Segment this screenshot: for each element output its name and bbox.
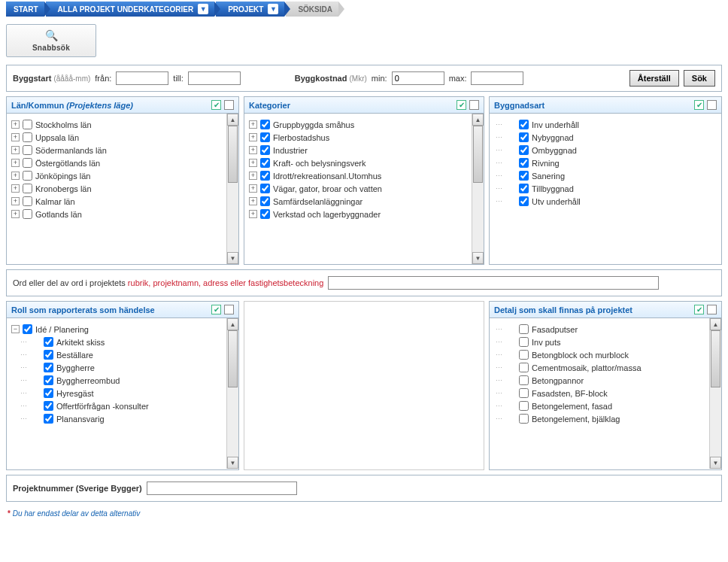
- deselect-all-checkbox[interactable]: [469, 100, 479, 110]
- expand-icon[interactable]: +: [11, 133, 20, 141]
- tree-item-checkbox[interactable]: [44, 414, 53, 424]
- scrollbar[interactable]: ▲▼: [226, 318, 238, 469]
- chevron-down-icon[interactable]: ▼: [268, 4, 278, 14]
- expand-icon[interactable]: +: [11, 172, 20, 180]
- tree-item-checkbox[interactable]: [519, 388, 529, 398]
- tree-item-checkbox[interactable]: [519, 350, 529, 360]
- projektnummer-input[interactable]: [147, 481, 297, 495]
- tree-item-checkbox[interactable]: [519, 401, 529, 411]
- select-all-checkbox[interactable]: [211, 305, 221, 314]
- expand-icon[interactable]: +: [249, 172, 257, 180]
- deselect-all-checkbox[interactable]: [707, 100, 717, 110]
- tree-item-checkbox[interactable]: [23, 120, 32, 129]
- tree-item[interactable]: +Kraft- och belysningsverk: [249, 156, 481, 169]
- reset-button[interactable]: Återställ: [629, 70, 679, 87]
- expand-icon[interactable]: +: [249, 184, 257, 193]
- tree-item-checkbox[interactable]: [44, 363, 53, 372]
- tree-item[interactable]: ⋯Betongelement, fasad: [494, 399, 718, 412]
- tree-item-checkbox[interactable]: [260, 158, 270, 168]
- tree-item[interactable]: ⋯Inv underhåll: [494, 118, 718, 131]
- chevron-down-icon[interactable]: ▼: [198, 4, 208, 14]
- tree-item[interactable]: +Uppsala län: [11, 131, 235, 144]
- textsearch-input[interactable]: [328, 276, 659, 290]
- tree-item[interactable]: +Jönköpings län: [11, 169, 235, 182]
- scroll-down-icon[interactable]: ▼: [227, 252, 238, 264]
- expand-icon[interactable]: +: [11, 146, 20, 154]
- tree-item-checkbox[interactable]: [519, 324, 529, 334]
- expand-icon[interactable]: +: [11, 197, 20, 205]
- tree-item-checkbox[interactable]: [519, 184, 529, 193]
- min-input[interactable]: [392, 71, 444, 85]
- tree-item[interactable]: ⋯Nybyggnad: [494, 131, 718, 144]
- tree-item[interactable]: +Verkstad och lagerbyggnader: [249, 208, 481, 220]
- tree-item-checkbox[interactable]: [23, 145, 32, 155]
- tree-item-checkbox[interactable]: [44, 375, 53, 385]
- expand-icon[interactable]: +: [11, 120, 20, 129]
- tree-item[interactable]: +Industrier: [249, 144, 481, 156]
- tree-item-checkbox[interactable]: [23, 184, 32, 193]
- tree-item-checkbox[interactable]: [44, 350, 53, 360]
- tree-item-checkbox[interactable]: [23, 158, 32, 168]
- tree-item[interactable]: +Kalmar län: [11, 195, 235, 208]
- tree-item[interactable]: +Kronobergs län: [11, 182, 235, 195]
- tree-item-checkbox[interactable]: [23, 324, 32, 334]
- tree-item[interactable]: ⋯Cementmosaik, plattor/massa: [494, 361, 718, 374]
- tree-item-checkbox[interactable]: [260, 196, 270, 206]
- tree-item-checkbox[interactable]: [519, 158, 529, 168]
- tree-item[interactable]: +Samfärdselanläggningar: [249, 195, 481, 208]
- scroll-up-icon[interactable]: ▲: [227, 114, 238, 126]
- tree-item-checkbox[interactable]: [260, 145, 270, 155]
- tree-item-checkbox[interactable]: [44, 401, 53, 411]
- tree-item[interactable]: ⋯Fasadputser: [494, 323, 718, 336]
- tree-item[interactable]: ⋯Hyresgäst: [11, 387, 235, 399]
- tree-item-checkbox[interactable]: [519, 145, 529, 155]
- select-all-checkbox[interactable]: [457, 100, 466, 110]
- quicksearch-button[interactable]: 🔍 Snabbsök: [6, 24, 96, 57]
- scrollbar[interactable]: ▲▼: [226, 114, 238, 264]
- tree-item[interactable]: ⋯Offertförfrågan -konsulter: [11, 399, 235, 412]
- tree-item[interactable]: +Gotlands län: [11, 208, 235, 220]
- tree-item[interactable]: ⋯Sanering: [494, 169, 718, 182]
- scroll-up-icon[interactable]: ▲: [472, 114, 484, 126]
- select-all-checkbox[interactable]: [694, 100, 704, 110]
- scroll-up-icon[interactable]: ▲: [710, 318, 721, 330]
- tree-item-checkbox[interactable]: [519, 132, 529, 142]
- expand-icon[interactable]: +: [249, 197, 257, 205]
- tree-item[interactable]: +Gruppbyggda småhus: [249, 118, 481, 131]
- tree-item-checkbox[interactable]: [519, 375, 529, 385]
- tree-item[interactable]: +Flerbostadshus: [249, 131, 481, 144]
- expand-icon[interactable]: +: [249, 133, 257, 141]
- tree-item-checkbox[interactable]: [260, 171, 270, 181]
- deselect-all-checkbox[interactable]: [707, 305, 717, 314]
- tree-item[interactable]: ⋯Fasadsten, BF-block: [494, 387, 718, 399]
- scroll-down-icon[interactable]: ▼: [710, 457, 721, 469]
- tree-item[interactable]: +Idrott/rekreationsanl.Utomhus: [249, 169, 481, 182]
- tree-item-checkbox[interactable]: [23, 209, 32, 219]
- expand-icon[interactable]: +: [11, 184, 20, 193]
- tree-item[interactable]: ⋯Betongelement, bjälklag: [494, 412, 718, 425]
- scroll-down-icon[interactable]: ▼: [472, 252, 484, 264]
- tree-item[interactable]: ⋯Rivning: [494, 156, 718, 169]
- tree-item-checkbox[interactable]: [260, 209, 270, 219]
- crumb-projekt[interactable]: PROJEKT▼: [216, 2, 284, 17]
- expand-icon[interactable]: +: [249, 120, 257, 129]
- expand-icon[interactable]: +: [249, 159, 257, 167]
- tree-item-checkbox[interactable]: [519, 363, 529, 372]
- search-button[interactable]: Sök: [684, 70, 715, 87]
- tree-item[interactable]: +Stockholms län: [11, 118, 235, 131]
- max-input[interactable]: [471, 71, 523, 85]
- scroll-down-icon[interactable]: ▼: [227, 457, 238, 469]
- tree-item[interactable]: ⋯Beställare: [11, 348, 235, 361]
- scrollbar[interactable]: ▲▼: [709, 318, 721, 469]
- tree-item-checkbox[interactable]: [260, 132, 270, 142]
- tree-item-checkbox[interactable]: [519, 171, 529, 181]
- deselect-all-checkbox[interactable]: [224, 100, 234, 110]
- tree-item[interactable]: +Vägar, gator, broar och vatten: [249, 182, 481, 195]
- expand-icon[interactable]: +: [249, 146, 257, 154]
- crumb-underkategorier[interactable]: ALLA PROJEKT UNDERKATEGORIER▼: [46, 2, 215, 17]
- tree-item-checkbox[interactable]: [519, 414, 529, 424]
- expand-icon[interactable]: +: [249, 210, 257, 218]
- select-all-checkbox[interactable]: [211, 100, 221, 110]
- tree-item-checkbox[interactable]: [44, 388, 53, 398]
- deselect-all-checkbox[interactable]: [224, 305, 234, 314]
